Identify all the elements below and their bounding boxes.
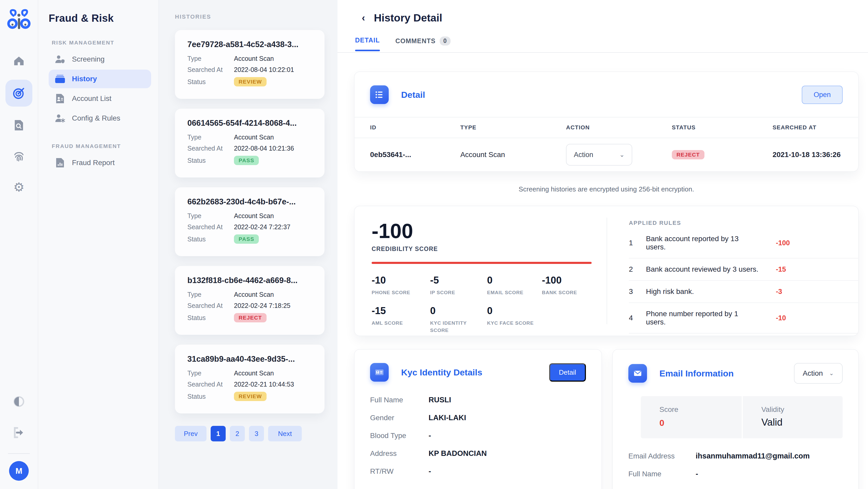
sub-score: 0KYC IDENTITY SCORE — [430, 305, 487, 334]
pagination-prev-button[interactable]: Prev — [175, 426, 207, 442]
field-label: Type — [187, 55, 234, 62]
rule-number: 4 — [629, 314, 646, 322]
field-value: Account Scan — [234, 133, 274, 141]
history-card[interactable]: b132f818-cb6e-4462-a669-8... TypeAccount… — [175, 266, 324, 335]
field-label: Email Address — [628, 452, 695, 460]
field-label: Full Name — [628, 470, 695, 478]
email-validity-stat: Validity Valid — [742, 396, 843, 438]
field-label: Status — [187, 235, 234, 243]
sub-score: -10PHONE SCORE — [372, 275, 430, 296]
rule-text: Bank account reported by 13 users. — [646, 235, 759, 251]
table-row: 0eb53641-... Account Scan Action ⌄ REJEC… — [354, 138, 858, 171]
history-card-id: b132f818-cb6e-4462-a669-8... — [187, 276, 312, 285]
pagination: Prev 1 2 3 Next — [175, 426, 324, 442]
history-card-id: 31ca89b9-aa40-43ee-9d35-... — [187, 355, 312, 364]
sub-score-label: BANK SCORE — [542, 289, 590, 296]
sidebar-item-label: History — [72, 75, 97, 83]
stat-value: 0 — [659, 418, 742, 428]
field-value: Account Scan — [234, 291, 274, 298]
email-fields: Email Addressihsanmuhammad11@gmail.com F… — [628, 452, 843, 478]
logout-icon — [13, 427, 25, 438]
back-button[interactable]: ‹ — [362, 12, 365, 24]
field-value: - — [429, 431, 431, 440]
rule-row: 1Bank account reported by 13 users.-100 — [629, 228, 858, 258]
email-action-button[interactable]: Action ⌄ — [794, 363, 843, 384]
stat-value: Valid — [762, 417, 843, 428]
tab-detail[interactable]: DETAIL — [355, 36, 380, 51]
pagination-page-3[interactable]: 3 — [249, 426, 264, 442]
sidebar-item-label: Config & Rules — [72, 114, 120, 122]
rule-value: -15 — [776, 265, 786, 273]
pagination-page-1[interactable]: 1 — [211, 426, 226, 442]
target-icon — [13, 87, 25, 99]
rule-row: 3High risk bank.-3 — [629, 281, 858, 303]
status-badge: REVIEW — [234, 77, 267, 87]
field-value: 2022-02-21 10:44:53 — [234, 381, 294, 388]
logout-button[interactable] — [6, 420, 31, 445]
sidebar: Fraud & Risk RISK MANAGEMENT Screening H… — [38, 0, 159, 489]
sidebar-item-account-list[interactable]: Account List — [49, 89, 151, 108]
home-icon — [13, 56, 25, 66]
email-card: Email Information Action ⌄ Score 0 Valid… — [613, 350, 858, 489]
sidebar-item-config-rules[interactable]: Config & Rules — [49, 109, 151, 128]
tab-comments[interactable]: COMMENTS 0 — [396, 36, 451, 52]
field-label: Type — [187, 133, 234, 141]
credibility-score-value: -100 — [372, 220, 592, 242]
email-action-label: Action — [803, 369, 823, 378]
sidebar-item-history[interactable]: History — [49, 70, 151, 88]
rail-risk-button[interactable] — [5, 80, 32, 107]
action-select[interactable]: Action ⌄ — [566, 144, 632, 166]
field-label: Address — [370, 449, 429, 458]
rule-value: -3 — [776, 288, 782, 296]
sidebar-item-fraud-report[interactable]: Fraud Report — [49, 154, 151, 172]
account-file-icon — [55, 94, 65, 103]
icon-rail: ⚙ M — [0, 0, 38, 489]
kyc-fields: Full NameRUSLI GenderLAKI-LAKI Blood Typ… — [370, 396, 586, 476]
history-card[interactable]: 662b2683-230d-4c4b-b67e-... TypeAccount … — [175, 187, 324, 256]
brand-logo-icon — [7, 8, 31, 31]
rail-bottom: M — [6, 383, 31, 489]
history-card[interactable]: 7ee79728-a581-4c52-a438-3... TypeAccount… — [175, 30, 324, 99]
row-type: Account Scan — [460, 138, 566, 171]
history-card-id: 662b2683-230d-4c4b-b67e-... — [187, 197, 312, 206]
sub-scores: -10PHONE SCORE -5IP SCORE 0EMAIL SCORE -… — [372, 275, 592, 334]
email-score-stat: Score 0 — [641, 396, 742, 438]
pagination-next-button[interactable]: Next — [268, 426, 302, 442]
column-header-searched-at: SEARCHED AT — [773, 117, 858, 138]
kyc-card: Kyc Identity Details Detail Full NameRUS… — [354, 350, 601, 489]
theme-toggle-button[interactable] — [6, 389, 31, 414]
column-header-type: TYPE — [460, 117, 566, 138]
field-label: Status — [187, 157, 234, 164]
sub-score: -100BANK SCORE — [542, 275, 592, 296]
user-avatar[interactable]: M — [9, 461, 29, 481]
app-root: ⚙ M Fraud & Risk RISK MANAGEMENT — [0, 0, 868, 489]
sub-score-value: -100 — [542, 275, 592, 286]
kyc-detail-button[interactable]: Detail — [549, 363, 586, 382]
user-gear-icon — [55, 113, 65, 123]
rule-value: -10 — [776, 314, 786, 322]
rail-documents-button[interactable] — [6, 113, 31, 138]
history-card-id: 06614565-654f-4214-8068-4... — [187, 119, 312, 128]
open-button[interactable]: Open — [802, 86, 843, 104]
histories-heading: HISTORIES — [175, 13, 324, 20]
field-label: Searched At — [187, 144, 234, 152]
sub-score-value: -10 — [372, 275, 430, 286]
rail-home-button[interactable] — [6, 48, 31, 73]
main-header: ‹ History Detail — [338, 0, 868, 24]
page-title: History Detail — [374, 12, 442, 24]
history-card[interactable]: 06614565-654f-4214-8068-4... TypeAccount… — [175, 109, 324, 177]
fingerprint-icon — [13, 150, 25, 162]
user-shield-icon — [55, 55, 65, 64]
rail-settings-button[interactable]: ⚙ — [6, 175, 31, 200]
history-card[interactable]: 31ca89b9-aa40-43ee-9d35-... TypeAccount … — [175, 345, 324, 414]
pagination-page-2[interactable]: 2 — [230, 426, 245, 442]
status-badge: PASS — [234, 234, 259, 244]
status-badge: REJECT — [672, 150, 705, 159]
sub-score-label: EMAIL SCORE — [487, 289, 535, 296]
sidebar-item-screening[interactable]: Screening — [49, 50, 151, 69]
sub-score-label: KYC IDENTITY SCORE — [430, 320, 478, 334]
sidebar-item-label: Fraud Report — [72, 159, 115, 167]
stat-label: Validity — [762, 405, 843, 414]
kyc-card-title: Kyc Identity Details — [401, 367, 483, 378]
rail-fingerprint-button[interactable] — [6, 144, 31, 169]
